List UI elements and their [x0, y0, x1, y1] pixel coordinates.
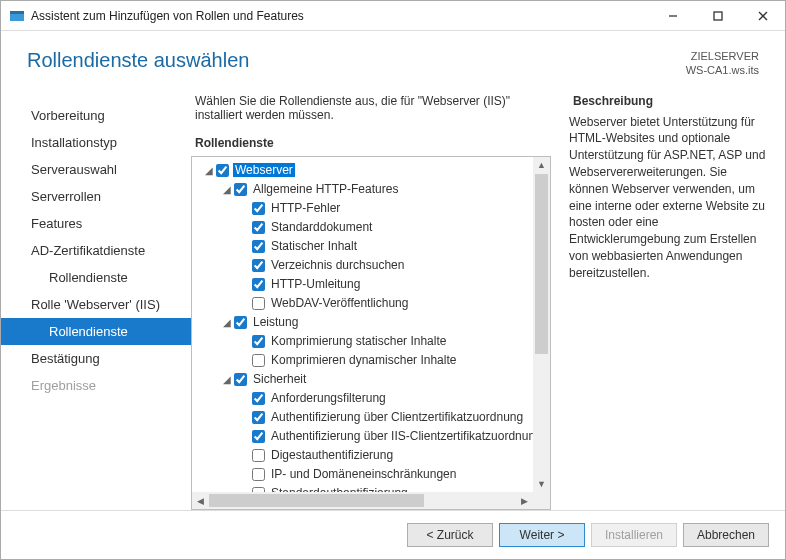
tree-checkbox[interactable] [252, 202, 265, 215]
nav-step[interactable]: Rolle 'Webserver' (IIS) [1, 291, 191, 318]
scroll-left-icon[interactable]: ◀ [192, 492, 209, 509]
scroll-up-icon[interactable]: ▲ [533, 157, 550, 174]
tree-node-label[interactable]: Komprimierung statischer Inhalte [269, 334, 448, 348]
nav-step[interactable]: Serverauswahl [1, 156, 191, 183]
tree-checkbox[interactable] [234, 373, 247, 386]
tree-checkbox[interactable] [252, 449, 265, 462]
scroll-thumb[interactable] [535, 174, 548, 355]
tree-node-label[interactable]: IP- und Domäneneinschränkungen [269, 467, 458, 481]
scroll-thumb-h[interactable] [209, 494, 424, 507]
tree-node[interactable]: Standardauthentifizierung [194, 484, 531, 492]
nav-step[interactable]: Features [1, 210, 191, 237]
tree-node[interactable]: ◢Allgemeine HTTP-Features [194, 180, 531, 199]
tree-node-label[interactable]: Authentifizierung über Clientzertifikatz… [269, 410, 525, 424]
tree-checkbox[interactable] [252, 430, 265, 443]
tree-node-label[interactable]: HTTP-Umleitung [269, 277, 362, 291]
tree-checkbox[interactable] [252, 259, 265, 272]
tree-node[interactable]: Authentifizierung über IIS-Clientzertifi… [194, 427, 531, 446]
role-services-tree: ◢Webserver◢Allgemeine HTTP-FeaturesHTTP-… [191, 156, 551, 510]
tree-checkbox[interactable] [252, 221, 265, 234]
scroll-corner [533, 492, 550, 509]
tree-checkbox[interactable] [234, 183, 247, 196]
close-button[interactable] [740, 1, 785, 30]
scroll-right-icon[interactable]: ▶ [516, 492, 533, 509]
tree-node[interactable]: ◢Leistung [194, 313, 531, 332]
nav-step[interactable]: Serverrollen [1, 183, 191, 210]
nav-step[interactable]: AD-Zertifikatdienste [1, 237, 191, 264]
tree-checkbox[interactable] [252, 297, 265, 310]
wizard-nav: VorbereitungInstallationstypServerauswah… [1, 94, 191, 510]
collapse-icon[interactable]: ◢ [202, 165, 216, 176]
tree-node-label[interactable]: Digestauthentifizierung [269, 448, 395, 462]
tree-node[interactable]: Komprimierung statischer Inhalte [194, 332, 531, 351]
tree-node[interactable]: Standarddokument [194, 218, 531, 237]
tree-checkbox[interactable] [252, 392, 265, 405]
collapse-icon[interactable]: ◢ [220, 184, 234, 195]
description-text: Webserver bietet Unterstützung für HTML-… [569, 114, 769, 282]
services-label: Rollendienste [191, 136, 551, 150]
svg-rect-3 [714, 12, 722, 20]
tree-node[interactable]: WebDAV-Veröffentlichung [194, 294, 531, 313]
tree-node-label[interactable]: Authentifizierung über IIS-Clientzertifi… [269, 429, 533, 443]
tree-node-label[interactable]: Allgemeine HTTP-Features [251, 182, 400, 196]
page-header: Rollendienste auswählen ZIELSERVER WS-CA… [1, 31, 785, 84]
nav-step[interactable]: Installationstyp [1, 129, 191, 156]
page-title: Rollendienste auswählen [27, 49, 686, 72]
tree-vertical-scrollbar[interactable]: ▲ ▼ [533, 157, 550, 492]
tree-node[interactable]: Authentifizierung über Clientzertifikatz… [194, 408, 531, 427]
tree-node[interactable]: ◢Webserver [194, 161, 531, 180]
tree-checkbox[interactable] [252, 411, 265, 424]
tree-node[interactable]: IP- und Domäneneinschränkungen [194, 465, 531, 484]
tree-node-label[interactable]: HTTP-Fehler [269, 201, 342, 215]
nav-step[interactable]: Rollendienste [1, 318, 191, 345]
tree-node-label[interactable]: Webserver [233, 163, 295, 177]
back-button[interactable]: < Zurück [407, 523, 493, 547]
description-label: Beschreibung [569, 94, 769, 108]
app-icon [9, 8, 25, 24]
tree-node-label[interactable]: Komprimieren dynamischer Inhalte [269, 353, 458, 367]
tree-checkbox[interactable] [252, 335, 265, 348]
tree-node[interactable]: HTTP-Umleitung [194, 275, 531, 294]
svg-rect-1 [10, 11, 24, 14]
tree-node-label[interactable]: Sicherheit [251, 372, 308, 386]
destination-server: ZIELSERVER WS-CA1.ws.its [686, 49, 759, 78]
destination-value: WS-CA1.ws.its [686, 63, 759, 77]
tree-horizontal-scrollbar[interactable]: ◀ ▶ [192, 492, 533, 509]
titlebar: Assistent zum Hinzufügen von Rollen und … [1, 1, 785, 31]
tree-node-label[interactable]: Statischer Inhalt [269, 239, 359, 253]
next-button[interactable]: Weiter > [499, 523, 585, 547]
cancel-button[interactable]: Abbrechen [683, 523, 769, 547]
tree-node-label[interactable]: Standarddokument [269, 220, 374, 234]
wizard-window: Assistent zum Hinzufügen von Rollen und … [0, 0, 786, 560]
tree-checkbox[interactable] [252, 240, 265, 253]
tree-node[interactable]: Statischer Inhalt [194, 237, 531, 256]
tree-node-label[interactable]: Anforderungsfilterung [269, 391, 388, 405]
tree-node[interactable]: Verzeichnis durchsuchen [194, 256, 531, 275]
intro-text: Wählen Sie die Rollendienste aus, die fü… [191, 94, 551, 122]
nav-step: Ergebnisse [1, 372, 191, 399]
install-button[interactable]: Installieren [591, 523, 677, 547]
maximize-button[interactable] [695, 1, 740, 30]
destination-label: ZIELSERVER [686, 49, 759, 63]
tree-checkbox[interactable] [252, 468, 265, 481]
nav-step[interactable]: Vorbereitung [1, 102, 191, 129]
tree-node-label[interactable]: Verzeichnis durchsuchen [269, 258, 406, 272]
tree-node[interactable]: Komprimieren dynamischer Inhalte [194, 351, 531, 370]
nav-step[interactable]: Bestätigung [1, 345, 191, 372]
tree-node-label[interactable]: Leistung [251, 315, 300, 329]
collapse-icon[interactable]: ◢ [220, 374, 234, 385]
collapse-icon[interactable]: ◢ [220, 317, 234, 328]
window-title: Assistent zum Hinzufügen von Rollen und … [31, 9, 650, 23]
minimize-button[interactable] [650, 1, 695, 30]
tree-checkbox[interactable] [252, 354, 265, 367]
tree-node[interactable]: HTTP-Fehler [194, 199, 531, 218]
tree-node-label[interactable]: WebDAV-Veröffentlichung [269, 296, 410, 310]
tree-node[interactable]: ◢Sicherheit [194, 370, 531, 389]
tree-node[interactable]: Anforderungsfilterung [194, 389, 531, 408]
tree-checkbox[interactable] [216, 164, 229, 177]
nav-step[interactable]: Rollendienste [1, 264, 191, 291]
tree-checkbox[interactable] [234, 316, 247, 329]
tree-checkbox[interactable] [252, 278, 265, 291]
scroll-down-icon[interactable]: ▼ [533, 475, 550, 492]
tree-node[interactable]: Digestauthentifizierung [194, 446, 531, 465]
